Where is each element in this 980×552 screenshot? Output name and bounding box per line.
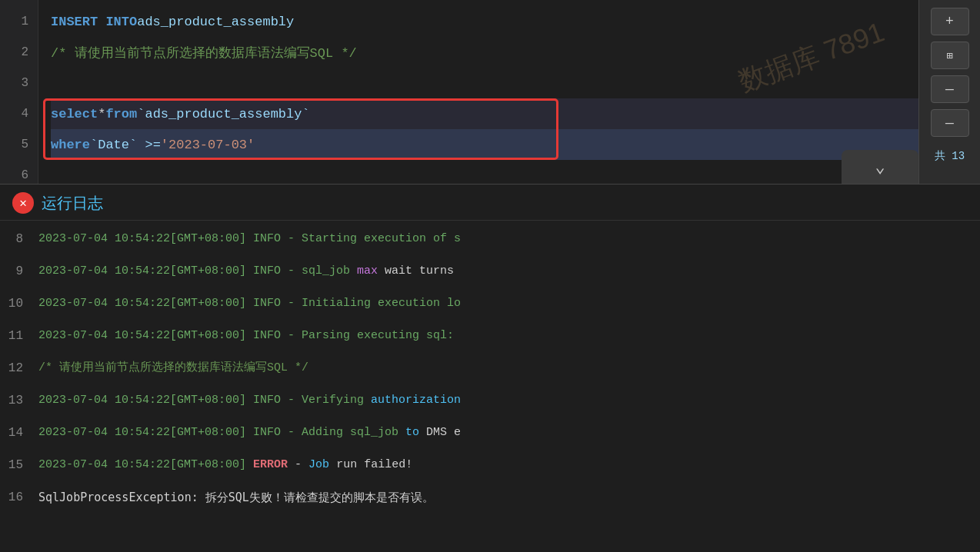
table-name-2: `ads_product_assembly` <box>137 107 309 121</box>
right-toolbar: + ⊞ — — 共 13 <box>918 0 980 184</box>
log-num-16: 16 <box>0 481 38 511</box>
log-num-11: 11 <box>0 320 38 352</box>
log-error-icon: ✕ <box>12 192 34 214</box>
log-num-15: 15 <box>0 449 38 481</box>
toolbar-btn-add[interactable]: + <box>931 8 969 35</box>
line-num-6: 6 <box>6 160 28 191</box>
editor-area: 1 2 3 4 5 6 INSERT INTO ads_product_asse… <box>0 0 980 185</box>
log-num-14: 14 <box>0 417 38 449</box>
log-line-16: 16 SqlJobProcessException: 拆分SQL失败！请检查提交… <box>0 479 980 511</box>
log-text-11: 2023-07-04 10:54:22[GMT+08:00] INFO - Pa… <box>38 320 454 352</box>
line-num-2: 2 <box>6 37 28 68</box>
log-num-13: 13 <box>0 384 38 417</box>
log-text-16: SqlJobProcessException: 拆分SQL失败！请检查提交的脚本… <box>38 481 434 511</box>
main-container: 1 2 3 4 5 6 INSERT INTO ads_product_asse… <box>0 0 980 552</box>
kw-from: from <box>105 107 137 121</box>
log-num-8: 8 <box>0 223 38 255</box>
log-text-13: 2023-07-04 10:54:22[GMT+08:00] INFO - Ve… <box>38 384 461 417</box>
table-name-1: ads_product_assembly <box>137 15 294 29</box>
kw-where: where <box>51 138 90 152</box>
log-text-10: 2023-07-04 10:54:22[GMT+08:00] INFO - In… <box>38 288 461 320</box>
line-num-1: 1 <box>6 6 28 37</box>
scroll-down-arrow[interactable]: ⌄ <box>842 150 918 184</box>
code-line-3 <box>51 68 968 98</box>
line-num-3: 3 <box>6 68 28 98</box>
log-line-12: 12 /* 请使用当前节点所选择的数据库语法编写SQL */ <box>0 350 980 382</box>
log-num-12: 12 <box>0 352 38 384</box>
code-line-2: /* 请使用当前节点所选择的数据库语法编写SQL */ <box>51 37 968 68</box>
log-text-8: 2023-07-04 10:54:22[GMT+08:00] INFO - St… <box>38 223 461 255</box>
log-line-11: 11 2023-07-04 10:54:22[GMT+08:00] INFO -… <box>0 318 980 350</box>
log-header: ✕ 运行日志 <box>0 185 980 221</box>
editor-content: 1 2 3 4 5 6 INSERT INTO ads_product_asse… <box>0 0 980 184</box>
line-num-5: 5 <box>6 129 28 160</box>
code-line-4: select * from `ads_product_assembly` <box>51 98 968 129</box>
code-line-5: where `Date` >= '2023-07-03' <box>51 129 968 160</box>
log-line-14: 14 2023-07-04 10:54:22[GMT+08:00] INFO -… <box>0 414 980 447</box>
code-area[interactable]: INSERT INTO ads_product_assembly /* 请使用当… <box>38 0 980 184</box>
log-text-15: 2023-07-04 10:54:22[GMT+08:00] ERROR - J… <box>38 449 412 481</box>
op-star: * <box>98 107 105 121</box>
log-num-9: 9 <box>0 255 38 288</box>
log-lines: 8 2023-07-04 10:54:22[GMT+08:00] INFO - … <box>0 221 980 511</box>
log-num-10: 10 <box>0 288 38 320</box>
page-info: 共 13 <box>935 149 965 163</box>
code-line-1: INSERT INTO ads_product_assembly <box>51 6 968 37</box>
col-date: `Date` >= <box>90 138 161 152</box>
toolbar-btn-grid1[interactable]: ⊞ <box>931 42 969 69</box>
toolbar-btn-minus2[interactable]: — <box>931 109 969 137</box>
kw-select: select <box>51 107 98 121</box>
log-line-10: 10 2023-07-04 10:54:22[GMT+08:00] INFO -… <box>0 285 980 318</box>
log-text-14: 2023-07-04 10:54:22[GMT+08:00] INFO - Ad… <box>38 417 461 449</box>
kw-insert: INSERT INTO <box>51 15 137 29</box>
log-line-13: 13 2023-07-04 10:54:22[GMT+08:00] INFO -… <box>0 382 980 414</box>
log-area: ✕ 运行日志 8 2023-07-04 10:54:22[GMT+08:00] … <box>0 185 980 552</box>
log-line-8: 8 2023-07-04 10:54:22[GMT+08:00] INFO - … <box>0 221 980 253</box>
code-line-6 <box>51 160 968 184</box>
log-text-12: /* 请使用当前节点所选择的数据库语法编写SQL */ <box>38 352 308 384</box>
comment-1: /* 请使用当前节点所选择的数据库语法编写SQL */ <box>51 44 357 62</box>
log-text-9: 2023-07-04 10:54:22[GMT+08:00] INFO - sq… <box>38 255 454 288</box>
line-num-4: 4 <box>6 98 28 129</box>
log-title: 运行日志 <box>42 193 103 214</box>
line-numbers: 1 2 3 4 5 6 <box>0 0 38 184</box>
log-line-15: 15 2023-07-04 10:54:22[GMT+08:00] ERROR … <box>0 447 980 479</box>
log-line-9: 9 2023-07-04 10:54:22[GMT+08:00] INFO - … <box>0 253 980 285</box>
date-value: '2023-07-03' <box>161 138 255 152</box>
toolbar-btn-minus1[interactable]: — <box>931 75 969 103</box>
